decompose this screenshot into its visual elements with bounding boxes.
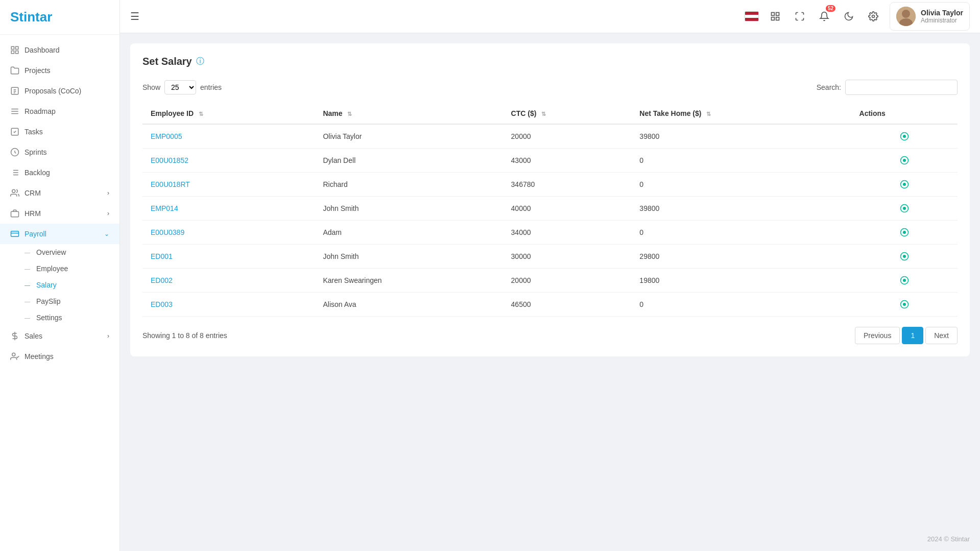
- sidebar-item-salary[interactable]: Salary: [25, 277, 119, 293]
- view-action-button[interactable]: [859, 252, 949, 261]
- view-action-button[interactable]: [859, 300, 949, 309]
- cell-name: Karen Swearingen: [315, 269, 503, 293]
- emp-id-link[interactable]: ED003: [151, 300, 173, 308]
- logo[interactable]: Stintar: [0, 0, 119, 35]
- sidebar-item-meetings[interactable]: Meetings: [0, 346, 119, 367]
- cell-net-take-home: 0: [631, 221, 851, 245]
- svg-rect-3: [16, 51, 18, 54]
- svg-point-34: [903, 207, 906, 210]
- cell-ctc: 40000: [503, 197, 632, 221]
- show-label: Show: [142, 83, 160, 91]
- cell-net-take-home: 0: [631, 173, 851, 197]
- sidebar-item-label: Meetings: [25, 352, 54, 361]
- sidebar-item-label: Sprints: [25, 148, 47, 156]
- cell-ctc: 30000: [503, 245, 632, 269]
- info-icon[interactable]: ⓘ: [196, 56, 204, 67]
- sort-icon-name[interactable]: ⇅: [347, 111, 352, 117]
- table-row: E00U0389 Adam 34000 0: [142, 221, 958, 245]
- cell-net-take-home: 19800: [631, 269, 851, 293]
- settings-label: Settings: [36, 314, 62, 322]
- emp-id-link[interactable]: EMP0005: [151, 132, 182, 140]
- cell-name: Richard: [315, 173, 503, 197]
- previous-button[interactable]: Previous: [855, 327, 900, 344]
- sidebar-item-tasks[interactable]: Tasks: [0, 122, 119, 142]
- cell-net-take-home: 39800: [631, 197, 851, 221]
- sort-icon-net[interactable]: ⇅: [706, 111, 711, 117]
- sidebar-item-payroll[interactable]: Payroll ⌄: [0, 224, 119, 244]
- sidebar-item-label: Roadmap: [25, 107, 56, 115]
- salary-label: Salary: [36, 281, 57, 289]
- page-1-button[interactable]: 1: [902, 327, 923, 344]
- sidebar-item-dashboard[interactable]: Dashboard: [0, 40, 119, 60]
- sidebar-item-roadmap[interactable]: Roadmap: [0, 101, 119, 122]
- emp-id-link[interactable]: ED002: [151, 276, 173, 284]
- sort-icon-emp-id[interactable]: ⇅: [199, 111, 203, 117]
- sidebar-item-projects[interactable]: Projects: [0, 60, 119, 81]
- cell-actions: [851, 221, 958, 245]
- pagination-row: Showing 1 to 8 of 8 entries Previous 1 N…: [142, 327, 958, 344]
- sort-icon-ctc[interactable]: ⇅: [541, 111, 546, 117]
- projects-icon: [10, 66, 19, 75]
- theme-toggle-button[interactable]: [841, 8, 857, 25]
- avatar: [896, 7, 916, 26]
- user-info: Olivia Taylor Administrator: [921, 9, 963, 24]
- header-actions: 52 Olivia Taylor Administrato: [745, 2, 970, 31]
- sidebar-item-employee[interactable]: Employee: [25, 260, 119, 277]
- sidebar-item-payslip[interactable]: PaySlip: [25, 293, 119, 309]
- svg-point-25: [902, 10, 910, 18]
- view-action-button[interactable]: [859, 180, 949, 189]
- cell-actions: [851, 173, 958, 197]
- user-profile-button[interactable]: Olivia Taylor Administrator: [890, 2, 970, 31]
- cell-emp-id: ED003: [142, 293, 315, 317]
- sidebar-item-backlog[interactable]: Backlog: [0, 162, 119, 183]
- table-controls: Show 25 50 100 entries Search:: [142, 80, 958, 95]
- sidebar-item-label: CRM: [25, 189, 41, 197]
- sidebar-item-settings[interactable]: Settings: [25, 309, 119, 326]
- svg-point-40: [903, 279, 906, 282]
- menu-toggle-button[interactable]: ☰: [130, 10, 139, 22]
- search-input[interactable]: [845, 80, 958, 95]
- language-selector[interactable]: [745, 11, 759, 21]
- view-action-button[interactable]: [859, 132, 949, 141]
- user-role: Administrator: [921, 17, 963, 24]
- cell-net-take-home: 39800: [631, 124, 851, 149]
- sidebar-item-proposals[interactable]: Proposals (CoCo): [0, 81, 119, 101]
- fullscreen-icon-button[interactable]: [792, 8, 808, 25]
- apps-icon-button[interactable]: [767, 8, 783, 25]
- emp-id-link[interactable]: EMP014: [151, 204, 178, 212]
- page-title-row: Set Salary ⓘ: [142, 56, 958, 67]
- emp-id-link[interactable]: E00U0389: [151, 228, 184, 236]
- cell-ctc: 46500: [503, 293, 632, 317]
- emp-id-link[interactable]: E00U018RT: [151, 180, 190, 188]
- sidebar-item-label: Proposals (CoCo): [25, 87, 81, 95]
- emp-id-link[interactable]: ED001: [151, 252, 173, 260]
- col-ctc: CTC ($) ⇅: [503, 103, 632, 124]
- view-action-button[interactable]: [859, 204, 949, 213]
- table-row: E00U01852 Dylan Dell 43000 0: [142, 149, 958, 173]
- table-row: EMP0005 Olivia Taylor 20000 39800: [142, 124, 958, 149]
- view-action-button[interactable]: [859, 228, 949, 237]
- view-action-button[interactable]: [859, 276, 949, 285]
- settings-icon-button[interactable]: [865, 8, 881, 25]
- emp-id-link[interactable]: E00U01852: [151, 156, 188, 164]
- employee-label: Employee: [36, 265, 68, 273]
- sidebar: Stintar Dashboard Projects Proposals (Co…: [0, 0, 120, 551]
- col-actions: Actions: [851, 103, 958, 124]
- sidebar-item-hrm[interactable]: HRM ›: [0, 203, 119, 224]
- cell-actions: [851, 197, 958, 221]
- view-action-button[interactable]: [859, 156, 949, 165]
- svg-point-28: [903, 135, 906, 138]
- cell-ctc: 43000: [503, 149, 632, 173]
- notification-button[interactable]: 52: [816, 8, 832, 25]
- sidebar-item-overview[interactable]: Overview: [25, 244, 119, 260]
- sidebar-item-label: Dashboard: [25, 46, 60, 54]
- notification-count: 52: [826, 5, 835, 12]
- sidebar-item-sprints[interactable]: Sprints: [0, 142, 119, 162]
- entries-select[interactable]: 25 50 100: [164, 80, 196, 94]
- sidebar-item-crm[interactable]: CRM ›: [0, 183, 119, 203]
- cell-actions: [851, 269, 958, 293]
- svg-point-23: [872, 15, 875, 18]
- next-button[interactable]: Next: [925, 327, 958, 344]
- hrm-icon: [10, 209, 19, 218]
- sidebar-item-sales[interactable]: Sales ›: [0, 326, 119, 346]
